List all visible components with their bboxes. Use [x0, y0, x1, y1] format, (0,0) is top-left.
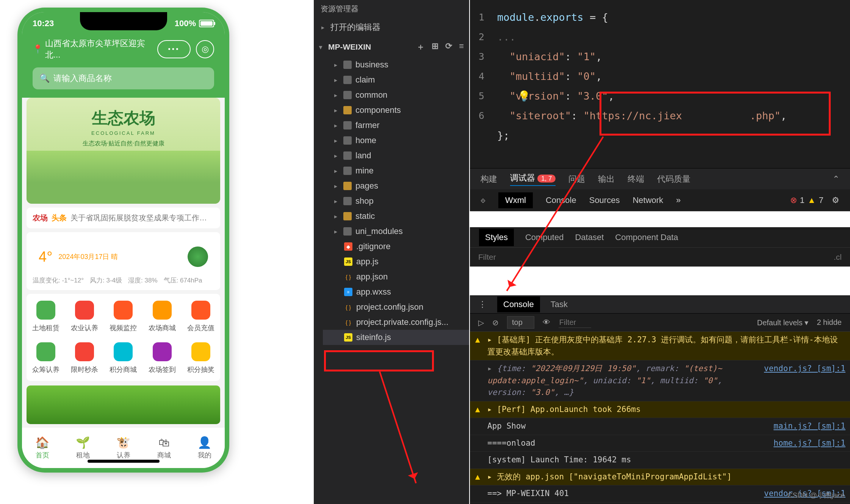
drawer-console[interactable]: Console — [497, 296, 540, 312]
grid-item[interactable]: 众筹认养 — [27, 342, 65, 374]
file-app.js[interactable]: JSapp.js — [323, 254, 469, 269]
code-editor[interactable]: 123456 module.exports = {... "uniacid": … — [470, 0, 850, 168]
log-line[interactable]: ▸ [Perf] App.onLaunch took 266ms — [470, 401, 850, 418]
new-file-icon[interactable]: ＋ — [416, 41, 425, 53]
devtools-subtabs: ⟐ Wxml Console Sources Network » ⊗1 ▲7 ⚙ — [470, 189, 850, 211]
capsule-close[interactable]: ◎ — [196, 40, 214, 58]
grid-item[interactable]: 农场签到 — [143, 342, 182, 374]
refresh-icon[interactable]: ⟳ — [445, 41, 452, 53]
location-icon: 📍 — [33, 44, 43, 54]
tab-4[interactable]: 👤我的 — [184, 428, 225, 468]
error-icon[interactable]: ⊗ — [790, 195, 797, 205]
folder-land[interactable]: ▸land — [323, 148, 469, 163]
tab-build[interactable]: 构建 — [481, 173, 497, 185]
folder-components[interactable]: ▸components — [323, 103, 469, 118]
hidden-count: 2 hidde — [817, 318, 842, 327]
grid-item[interactable]: 会员充值 — [182, 301, 220, 332]
styles-filter[interactable]: Filter .cl — [470, 248, 850, 267]
context-select[interactable]: top — [507, 316, 534, 329]
log-line[interactable]: ▸ {time: "2022年09月129日 19:50", remark: "… — [470, 360, 850, 401]
file-icon: { } — [344, 318, 352, 326]
grid-item[interactable]: 农业认养 — [65, 301, 104, 332]
subtab-console[interactable]: Console — [546, 195, 576, 205]
project-section[interactable]: ▾MP-WEIXIN ＋ ⊞ ⟳ ≡ — [314, 37, 469, 57]
grid-item[interactable]: 积分抽奖 — [182, 342, 220, 374]
tab-quality[interactable]: 代码质量 — [657, 173, 690, 185]
grid-item[interactable]: 视频监控 — [104, 301, 142, 332]
eye-icon[interactable]: 👁 — [543, 318, 550, 327]
folder-farmer[interactable]: ▸farmer — [323, 118, 469, 133]
file-project.private.config.js...[interactable]: { }project.private.config.js... — [323, 315, 469, 330]
grid-icon — [36, 301, 55, 320]
folder-pages[interactable]: ▸pages — [323, 178, 469, 193]
tab-icon: 🐮 — [116, 436, 130, 449]
console-output[interactable]: ▸ [基础库] 正在使用灰度中的基础库 2.27.3 进行调试。如有问题，请前往… — [470, 332, 850, 504]
log-line[interactable]: ====onloadhome.js? [sm]:1 — [470, 435, 850, 452]
levels-select[interactable]: Default levels ▾ — [757, 318, 809, 327]
kebab-icon[interactable]: ⋮ — [478, 300, 487, 309]
warn-icon[interactable]: ▲ — [808, 195, 816, 205]
file-siteinfo.js[interactable]: JSsiteinfo.js — [323, 330, 469, 345]
inspect-icon[interactable]: ⟐ — [481, 195, 485, 205]
folder-claim[interactable]: ▸claim — [323, 72, 469, 87]
log-line[interactable]: query ▸ {}vendor.js? [sm]:1 — [470, 502, 850, 504]
open-editors-section[interactable]: ▸打开的编辑器 — [314, 18, 469, 37]
tab-component-data[interactable]: Component Data — [615, 232, 678, 242]
tab-dataset[interactable]: Dataset — [575, 232, 604, 242]
more-tabs-icon[interactable]: » — [676, 195, 681, 205]
subtab-sources[interactable]: Sources — [589, 195, 620, 205]
folder-static[interactable]: ▸static — [323, 209, 469, 224]
folder-common[interactable]: ▸common — [323, 87, 469, 103]
gear-icon[interactable]: ⚙ — [832, 195, 839, 205]
grid-item[interactable]: 积分商城 — [104, 342, 142, 374]
folder-home[interactable]: ▸home — [323, 133, 469, 148]
file-.gitignore[interactable]: ◆.gitignore — [323, 239, 469, 254]
log-source[interactable]: main.js? [sm]:1 — [773, 420, 845, 432]
folder-icon — [343, 121, 352, 130]
file-app.wxss[interactable]: ≡app.wxss — [323, 284, 469, 300]
grid-icon — [153, 342, 172, 361]
collapse-panel-icon[interactable]: ⌃ — [833, 174, 839, 184]
log-line[interactable]: ▸ [基础库] 正在使用灰度中的基础库 2.27.3 进行调试。如有问题，请前往… — [470, 332, 850, 360]
capsule-menu[interactable]: ••• — [157, 40, 191, 58]
drawer-task[interactable]: Task — [551, 300, 568, 309]
folder-mine[interactable]: ▸mine — [323, 163, 469, 178]
log-line[interactable]: [system] Launch Time: 19642 ms — [470, 452, 850, 469]
weather-card[interactable]: 4° 2024年03月17日 晴 温度变化: -1°~12° 风力: 3-4级 … — [27, 232, 220, 290]
tab-debugger[interactable]: 调试器 1, 7 — [510, 172, 556, 186]
folder-shop[interactable]: ▸shop — [323, 193, 469, 209]
folder-icon — [343, 136, 352, 145]
folder-business[interactable]: ▸business — [323, 57, 469, 72]
subtab-wxml[interactable]: Wxml — [498, 192, 533, 208]
tab-0[interactable]: 🏠首页 — [22, 428, 63, 468]
log-line[interactable]: App Showmain.js? [sm]:1 — [470, 418, 850, 435]
log-source[interactable]: home.js? [sm]:1 — [773, 437, 845, 449]
grid-item[interactable]: 限时秒杀 — [65, 342, 104, 374]
tab-output[interactable]: 输出 — [598, 173, 615, 185]
search-input[interactable]: 🔍 请输入商品名称 — [33, 67, 214, 89]
banner[interactable]: 生态农场 ECOLOGICAL FARM 生态农场·贴近自然·自然更健康 — [27, 98, 220, 204]
grid-item[interactable]: 农场商城 — [143, 301, 182, 332]
news-bar[interactable]: 农场头条 关于省巩固拓展脱贫攻坚成果专项工作领导小组2... — [27, 208, 220, 228]
file-app.json[interactable]: { }app.json — [323, 269, 469, 284]
banner-art — [27, 151, 220, 204]
phone-mockup: 10:23 100% 📍山西省太原市尖草坪区迎宾北... ••• ◎ 🔍 请输入… — [17, 8, 229, 473]
clear-icon[interactable]: ⊘ — [492, 318, 499, 327]
collapse-icon[interactable]: ≡ — [459, 41, 464, 53]
subtab-network[interactable]: Network — [632, 195, 663, 205]
tab-problems[interactable]: 问题 — [568, 173, 585, 185]
play-icon[interactable]: ▷ — [478, 318, 484, 327]
tab-styles[interactable]: Styles — [479, 229, 514, 246]
location-bar[interactable]: 📍山西省太原市尖草坪区迎宾北... ••• ◎ — [22, 35, 225, 67]
tab-computed[interactable]: Computed — [525, 232, 564, 242]
log-line[interactable]: ▸ 无效的 app.json ["navigateToMiniProgramAp… — [470, 469, 850, 486]
grid-item[interactable]: 土地租赁 — [27, 301, 65, 332]
tab-terminal[interactable]: 终端 — [628, 173, 644, 185]
folder-uni_modules[interactable]: ▸uni_modules — [323, 224, 469, 239]
file-project.config.json[interactable]: { }project.config.json — [323, 300, 469, 315]
log-source[interactable]: vendor.js? [sm]:1 — [764, 363, 845, 399]
new-folder-icon[interactable]: ⊞ — [432, 41, 438, 53]
console-filter[interactable]: Filter — [559, 317, 591, 328]
tab-icon: 🌱 — [76, 436, 90, 449]
photo-banner[interactable] — [27, 385, 220, 424]
